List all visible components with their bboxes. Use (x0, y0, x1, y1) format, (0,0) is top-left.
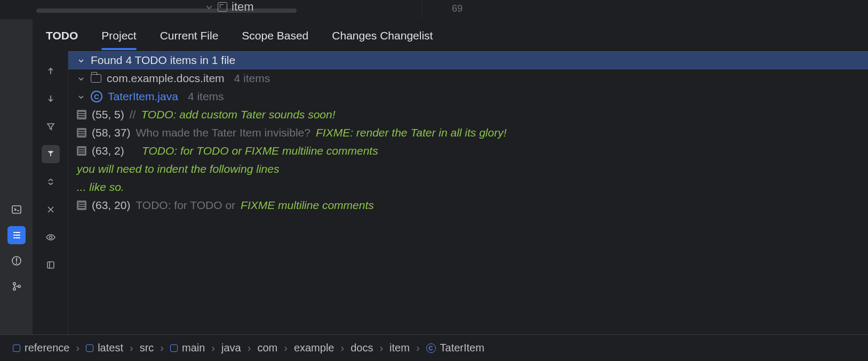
expand-collapse-icon[interactable] (42, 173, 60, 191)
chevron-down-icon (77, 57, 85, 65)
module-icon (13, 344, 20, 352)
todo-text-segment: ... like so. (77, 181, 124, 194)
todo-item-row[interactable]: (58, 37) Who made the Tater Item invisib… (68, 124, 868, 142)
file-count: 4 items (188, 90, 224, 103)
chevron-right-icon: › (76, 342, 80, 354)
chevron-right-icon: › (211, 342, 215, 354)
todo-item-continuation: you will need to indent the following li… (68, 160, 868, 178)
tab-scope-based[interactable]: Scope Based (242, 26, 308, 50)
todo-item-icon (77, 128, 86, 138)
breadcrumb-item[interactable]: com (257, 342, 277, 354)
todo-position: (55, 5) (92, 108, 124, 121)
todo-title: TODO (46, 26, 78, 50)
todo-text-segment: TODO: add custom Tater sounds soon! (141, 108, 335, 121)
breadcrumb-item[interactable]: docs (351, 342, 373, 354)
svg-rect-6 (47, 262, 54, 268)
todo-toolbar (33, 51, 68, 334)
todo-position: (63, 2) (92, 145, 124, 157)
chevron-right-icon: › (160, 342, 164, 354)
class-icon: C (91, 91, 102, 102)
todo-item-continuation: ... like so. (68, 178, 868, 196)
tab-project[interactable]: Project (101, 26, 136, 50)
todo-position: (63, 20) (92, 199, 130, 212)
terminal-tool-icon[interactable] (7, 200, 26, 219)
package-count: 4 items (234, 72, 270, 85)
chevron-right-icon: › (416, 342, 420, 354)
chevron-down-icon (205, 3, 213, 11)
tree-package-row[interactable]: com.example.docs.item 4 items (68, 69, 868, 87)
todo-text-segment: TODO: for TODO or (136, 199, 235, 212)
separator (421, 0, 422, 19)
todo-text-segment: you will need to indent the following li… (77, 163, 279, 175)
folder-icon (91, 74, 101, 83)
todo-item-row[interactable]: (63, 20) TODO: for TODO or FIXME multili… (68, 196, 868, 214)
chevron-right-icon: › (248, 342, 251, 354)
file-icon (218, 2, 227, 12)
chevron-right-icon: › (379, 342, 383, 354)
tree-summary-row[interactable]: Found 4 TODO items in 1 file (68, 51, 868, 69)
filter-icon[interactable] (42, 117, 60, 135)
problems-tool-icon[interactable] (7, 252, 26, 270)
class-icon: C (426, 343, 436, 353)
chevron-right-icon: › (130, 342, 133, 354)
todo-item-row[interactable]: (63, 2) TODO: for TODO or FIXME multilin… (68, 142, 868, 160)
close-icon[interactable] (42, 200, 60, 219)
chevron-down-icon (77, 93, 85, 101)
breadcrumb: reference › latest › src › main › java ›… (0, 334, 868, 361)
tab-changes-changelist[interactable]: Changes Changelist (332, 26, 433, 50)
todo-text-segment: FIXME: render the Tater in all its glory… (316, 126, 507, 139)
tree-summary-text: Found 4 TODO items in 1 file (91, 54, 235, 67)
autoscroll-icon[interactable] (42, 145, 60, 163)
breadcrumb-item[interactable]: item (389, 342, 410, 354)
breadcrumb-item[interactable]: reference (13, 342, 70, 354)
package-name: com.example.docs.item (107, 72, 225, 85)
arrow-down-icon[interactable] (42, 90, 60, 108)
preview-icon[interactable] (42, 228, 60, 246)
breadcrumb-item[interactable]: CTaterItem (426, 342, 484, 354)
todo-item-row[interactable]: (55, 5) // TODO: add custom Tater sounds… (68, 106, 868, 124)
svg-point-2 (13, 283, 15, 285)
tab-current-file[interactable]: Current File (160, 26, 219, 50)
tree-file-row[interactable]: C TaterItem.java 4 items (68, 87, 868, 106)
todo-text-segment: FIXME multiline comments (241, 199, 374, 212)
left-tool-strip (0, 19, 33, 334)
breadcrumb-item[interactable]: java (221, 342, 241, 354)
chevron-right-icon: › (284, 342, 288, 354)
module-icon (170, 344, 178, 352)
line-column-indicator: 69 (452, 3, 463, 14)
open-file-tab[interactable]: item (205, 0, 254, 14)
todo-tree: Found 4 TODO items in 1 file com.example… (68, 51, 868, 334)
todo-item-icon (77, 110, 86, 119)
file-name: TaterItem.java (108, 90, 178, 103)
breadcrumb-item[interactable]: main (170, 342, 205, 354)
arrow-up-icon[interactable] (42, 62, 60, 80)
module-icon (86, 344, 93, 352)
breadcrumb-item[interactable]: src (140, 342, 154, 354)
todo-item-icon (77, 200, 86, 210)
todo-tabs: TODO Project Current File Scope Based Ch… (33, 19, 868, 51)
vcs-tool-icon[interactable] (7, 277, 26, 295)
layout-icon[interactable] (42, 256, 60, 274)
horizontal-scrollbar[interactable] (36, 9, 297, 13)
file-name: item (232, 0, 254, 14)
todo-panel: TODO Project Current File Scope Based Ch… (33, 19, 868, 334)
svg-point-4 (18, 285, 20, 287)
svg-point-3 (13, 288, 15, 290)
svg-point-5 (49, 236, 52, 239)
chevron-right-icon: › (340, 342, 344, 354)
todo-position: (58, 37) (92, 126, 130, 139)
editor-tab-bar: item 69 (0, 0, 868, 19)
breadcrumb-item[interactable]: latest (86, 342, 123, 354)
todo-text-segment: // (130, 108, 136, 121)
todo-text-segment: Who made the Tater Item invisible? (136, 126, 310, 139)
breadcrumb-item[interactable]: example (294, 342, 335, 354)
todo-tool-icon[interactable] (7, 226, 26, 244)
todo-item-icon (77, 146, 86, 156)
todo-text-segment: TODO: for TODO or FIXME multiline commen… (130, 145, 378, 157)
chevron-down-icon (77, 75, 85, 83)
